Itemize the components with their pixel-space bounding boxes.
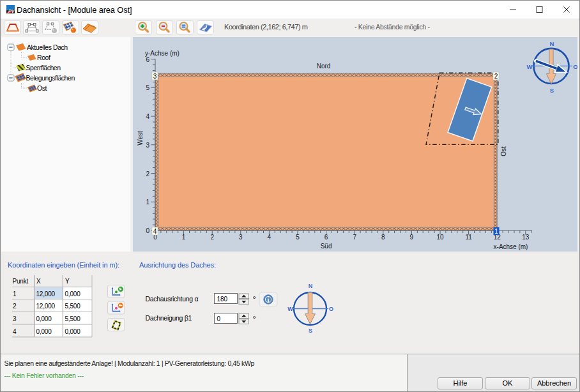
svg-text:0: 0 [146, 227, 149, 234]
svg-text:S: S [309, 328, 312, 334]
svg-text:X: X [36, 278, 41, 285]
svg-text:N: N [550, 40, 554, 47]
svg-text:N: N [309, 283, 313, 289]
svg-text:O: O [329, 306, 333, 312]
svg-text:0,000: 0,000 [36, 328, 52, 335]
svg-text:12,000: 12,000 [36, 303, 56, 310]
svg-text:10: 10 [436, 234, 444, 241]
svg-text:4: 4 [268, 234, 271, 241]
svg-text:Belegungsflächen: Belegungsflächen [26, 74, 75, 82]
svg-text:5: 5 [146, 84, 149, 91]
svg-text:PV: PV [8, 8, 15, 13]
svg-text:5: 5 [296, 234, 300, 241]
svg-text:2: 2 [210, 234, 214, 241]
svg-text:6: 6 [324, 234, 328, 241]
svg-text:West: West [137, 131, 144, 146]
svg-text:2: 2 [494, 73, 498, 80]
svg-text:2: 2 [13, 303, 17, 310]
svg-text:Roof: Roof [37, 54, 50, 61]
svg-text:7: 7 [353, 234, 356, 241]
svg-text:5,500: 5,500 [65, 315, 81, 322]
svg-text:3: 3 [153, 73, 157, 80]
svg-text:Punkt: Punkt [13, 278, 29, 285]
svg-text:4: 4 [153, 228, 157, 235]
svg-text:x-Achse (m): x-Achse (m) [494, 243, 528, 250]
svg-text:Ost: Ost [37, 84, 47, 92]
svg-text:1: 1 [13, 290, 17, 298]
svg-text:2: 2 [146, 170, 149, 177]
svg-text:3: 3 [13, 315, 17, 322]
svg-text:°: ° [253, 314, 256, 324]
svg-text:Süd: Süd [321, 243, 332, 250]
svg-text:9: 9 [410, 234, 414, 241]
svg-text:3: 3 [146, 142, 149, 149]
svg-text:W: W [527, 63, 533, 70]
svg-text:Aktuelles Dach: Aktuelles Dach [27, 43, 68, 51]
svg-text:°: ° [253, 294, 256, 304]
svg-text:0,000: 0,000 [36, 315, 52, 322]
svg-text:y-Achse (m): y-Achse (m) [145, 50, 179, 57]
svg-text:4: 4 [146, 113, 149, 120]
svg-text:1: 1 [494, 228, 498, 235]
svg-text:3: 3 [239, 234, 243, 241]
svg-text:11: 11 [465, 234, 472, 241]
svg-text:Y: Y [65, 278, 70, 285]
svg-text:Nord: Nord [317, 63, 331, 70]
svg-text:13: 13 [522, 234, 530, 241]
svg-text:5,500: 5,500 [65, 303, 81, 310]
svg-text:12,000: 12,000 [36, 290, 56, 298]
svg-text:Ost: Ost [500, 146, 507, 156]
svg-text:0,000: 0,000 [65, 290, 81, 298]
svg-text:i: i [268, 296, 270, 303]
svg-text:6: 6 [146, 56, 149, 63]
svg-text:1: 1 [146, 199, 149, 206]
svg-text:Sperrflächen: Sperrflächen [26, 64, 61, 72]
svg-text:4: 4 [13, 328, 17, 335]
svg-text:W: W [287, 306, 293, 312]
svg-text:8: 8 [381, 234, 385, 241]
svg-text:0,000: 0,000 [65, 328, 81, 335]
svg-text:S: S [550, 87, 554, 94]
svg-text:O: O [573, 63, 577, 70]
svg-text:1: 1 [182, 234, 186, 241]
